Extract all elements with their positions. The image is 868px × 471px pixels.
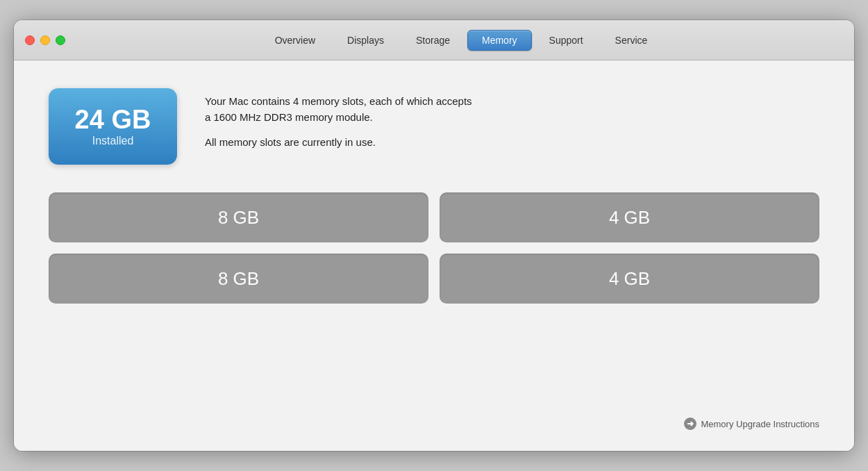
- tab-overview[interactable]: Overview: [260, 30, 330, 51]
- title-bar: Overview Displays Storage Memory Support…: [14, 20, 854, 60]
- memory-slots-grid: 8 GB 4 GB 8 GB 4 GB: [49, 192, 819, 304]
- description-line1: Your Mac contains 4 memory slots, each o…: [205, 94, 819, 125]
- upgrade-link[interactable]: ➜ Memory Upgrade Instructions: [684, 418, 819, 430]
- tab-memory[interactable]: Memory: [467, 30, 532, 51]
- minimize-button[interactable]: [40, 35, 50, 45]
- close-button[interactable]: [25, 35, 35, 45]
- tab-bar: Overview Displays Storage Memory Support…: [79, 30, 843, 51]
- upgrade-link-label: Memory Upgrade Instructions: [701, 419, 819, 429]
- top-section: 24 GB Installed Your Mac contains 4 memo…: [49, 88, 819, 165]
- memory-description: Your Mac contains 4 memory slots, each o…: [205, 88, 819, 160]
- tab-service[interactable]: Service: [601, 30, 662, 51]
- memory-slot-3: 8 GB: [49, 254, 428, 304]
- memory-slot-4: 4 GB: [440, 254, 819, 304]
- memory-slot-1: 8 GB: [49, 192, 428, 242]
- footer: ➜ Memory Upgrade Instructions: [49, 418, 819, 430]
- upgrade-icon: ➜: [684, 418, 696, 430]
- description-line3: All memory slots are currently in use.: [205, 135, 819, 151]
- traffic-lights: [25, 35, 65, 45]
- memory-amount: 24 GB: [75, 106, 151, 135]
- memory-slot-2: 4 GB: [440, 192, 819, 242]
- main-window: Overview Displays Storage Memory Support…: [14, 20, 854, 451]
- tab-support[interactable]: Support: [535, 30, 598, 51]
- maximize-button[interactable]: [56, 35, 65, 45]
- main-content: 24 GB Installed Your Mac contains 4 memo…: [14, 60, 854, 451]
- memory-label: Installed: [92, 135, 134, 147]
- tab-storage[interactable]: Storage: [401, 30, 465, 51]
- memory-badge: 24 GB Installed: [49, 88, 177, 165]
- tab-displays[interactable]: Displays: [333, 30, 399, 51]
